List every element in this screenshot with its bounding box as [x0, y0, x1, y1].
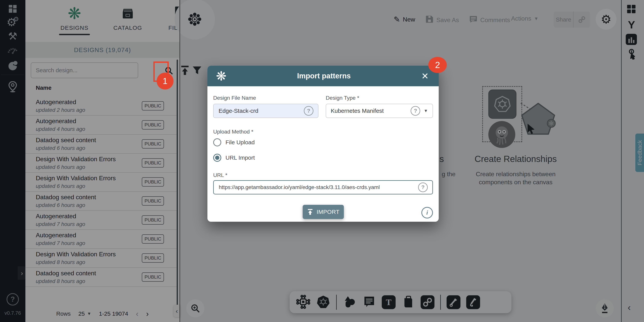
meshery-logo-icon: ❋	[216, 70, 226, 82]
modal-header: ❋ Import patterns ✕	[208, 66, 439, 86]
info-icon[interactable]: i	[422, 207, 433, 218]
url-label: URL *	[213, 172, 228, 178]
url-input[interactable]	[218, 184, 418, 191]
upload-icon	[307, 208, 314, 215]
help-icon[interactable]: ?	[418, 182, 428, 192]
radio-unchecked-icon[interactable]	[213, 138, 221, 147]
help-icon[interactable]: ?	[410, 106, 420, 116]
import-patterns-modal: ❋ Import patterns ✕ Design File Name ? D…	[208, 66, 439, 222]
meshery-app: ⚙⚙ ⚒ › ? v0.7.76 ❋ DESIGNS CATALOG	[0, 0, 644, 322]
close-icon[interactable]: ✕	[421, 71, 429, 81]
url-import-radio-option[interactable]: URL Import	[213, 154, 255, 162]
design-file-name-field: ?	[213, 104, 318, 118]
design-file-name-label: Design File Name	[213, 95, 256, 101]
annotation-step-2: 2	[428, 57, 447, 73]
modal-title: Import patterns	[226, 72, 421, 80]
file-upload-radio-option[interactable]: File Upload	[213, 138, 255, 147]
design-type-select[interactable]: Kubernetes Manifest ? ▼	[326, 104, 433, 118]
chevron-down-icon: ▼	[424, 108, 428, 113]
radio-checked-icon[interactable]	[213, 154, 221, 162]
help-icon[interactable]: ?	[304, 106, 314, 116]
design-file-name-input[interactable]	[218, 107, 304, 114]
import-button[interactable]: IMPORT	[303, 205, 344, 219]
design-type-label: Design Type *	[326, 95, 359, 101]
annotation-step-1: 1	[156, 73, 174, 90]
url-field: ?	[213, 180, 433, 194]
upload-method-label: Upload Method *	[213, 129, 254, 135]
